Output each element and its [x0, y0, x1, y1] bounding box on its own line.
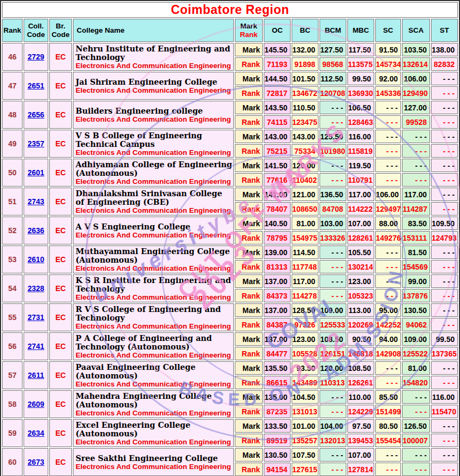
rank-sca: - - -: [402, 463, 430, 476]
rank-sc: - - -: [375, 463, 401, 476]
rank-sca: 137876: [402, 289, 430, 302]
col-header-bcm: BCM: [320, 19, 346, 42]
mark-sca: - - -: [402, 448, 430, 462]
college-code-link[interactable]: 2328: [27, 284, 44, 293]
college-name-cell: Adhiyamaan College of Engineering (Auton…: [73, 159, 234, 187]
college-code-link[interactable]: 2673: [27, 458, 44, 466]
branch-code: EC: [49, 188, 72, 215]
mark-oc: 137.00: [264, 274, 291, 288]
college-code-link[interactable]: 2651: [27, 81, 44, 90]
rank-oc: 86615: [264, 376, 291, 389]
college-row-mark: 49 2357 EC V S B College of Engineering …: [2, 130, 458, 143]
rank-sca: - - -: [402, 144, 430, 158]
rank-mbc: 126261: [347, 376, 374, 389]
mark-mbc: 105.50: [347, 246, 374, 259]
college-code-cell: 2609: [24, 390, 48, 418]
mark-bcm: 125.50: [320, 130, 346, 143]
college-code-link[interactable]: 2656: [27, 110, 44, 119]
mark-bc: 143.00: [292, 130, 318, 143]
rank-bc: 110402: [292, 173, 318, 187]
rank-st: - - -: [431, 318, 458, 331]
rank-sc: 149276: [375, 231, 401, 244]
mark-sc: - - -: [375, 274, 401, 288]
college-name: Paavai Engineering College (Autonomous): [76, 363, 232, 380]
college-name: Builders Engineering college: [76, 107, 232, 115]
rank-bcm: - - -: [320, 463, 346, 476]
mark-bc: 121.00: [292, 188, 318, 201]
department-name: Electronics And Communication Engineerin…: [76, 177, 232, 185]
college-row-mark: 51 2743 EC Dhanalakshmi Srinivasan Colle…: [2, 188, 458, 201]
college-code-link[interactable]: 2357: [27, 139, 44, 148]
serial-rank: 46: [2, 43, 23, 71]
serial-rank: 55: [2, 303, 23, 331]
rank-sca: 125522: [402, 347, 430, 360]
rank-bcm: 132013: [320, 434, 346, 447]
rank-bcm: - - -: [320, 173, 346, 187]
mark-mbc: 123.00: [347, 274, 374, 288]
rank-st: 137365: [431, 347, 458, 360]
college-code-link[interactable]: 2636: [27, 226, 44, 235]
rank-mbc: 127814: [347, 463, 374, 476]
rank-sc: - - -: [375, 115, 401, 129]
rank-label: Rank: [235, 86, 263, 100]
rank-bcm: 98568: [320, 57, 346, 71]
mark-st: - - -: [431, 448, 458, 462]
mark-st: - - -: [431, 101, 458, 114]
college-code-link[interactable]: 2611: [28, 371, 44, 380]
mark-mbc: 107.00: [347, 448, 374, 462]
mark-st: - - -: [431, 188, 458, 201]
mark-bcm: 136.50: [320, 188, 346, 201]
rank-label: Rank: [235, 405, 263, 418]
page-title: Coimbatore Region: [2, 2, 458, 18]
rank-mbc: 130214: [347, 260, 374, 273]
college-name-cell: R V S College of Engineering and Technol…: [73, 303, 234, 331]
title-row: Coimbatore Region: [2, 2, 458, 18]
mark-oc: 139.00: [264, 246, 291, 259]
college-code-link[interactable]: 2729: [27, 53, 44, 61]
mark-sc: - - -: [375, 246, 401, 259]
rank-mbc: 128261: [347, 231, 374, 244]
mark-label: Mark: [235, 43, 263, 56]
rank-bcm: 84708: [320, 202, 346, 215]
college-code-link[interactable]: 2610: [27, 255, 44, 264]
college-row-mark: 46 2729 EC Nehru Institute of Engineerin…: [2, 43, 458, 56]
college-code-link[interactable]: 2601: [27, 168, 44, 177]
mark-st: - - -: [431, 419, 458, 433]
rank-bc: 123475: [292, 115, 318, 129]
mark-st: - - -: [431, 361, 458, 375]
college-name-cell: P A College of Engineering and Technolog…: [73, 332, 234, 360]
rank-label: Rank: [235, 260, 263, 273]
mark-st: 109.50: [431, 217, 458, 230]
college-name-cell: Muthayammal Engineering College (Autonom…: [73, 246, 234, 273]
mark-bc: 117.00: [292, 274, 318, 288]
rank-sca: 129490: [402, 86, 430, 100]
rank-oc: 78795: [264, 231, 291, 244]
mark-st: 138.00: [431, 43, 458, 56]
rank-st: - - -: [431, 86, 458, 100]
college-code-link[interactable]: 2743: [27, 197, 44, 206]
rank-sc: 129497: [375, 202, 401, 215]
college-row-mark: 52 2636 EC A V S Engineering College Ele…: [2, 217, 458, 230]
department-name: Electronics And Communication Engineerin…: [76, 86, 232, 94]
mark-mbc: 97.50: [347, 419, 374, 433]
college-name-cell: Paavai Engineering College (Autonomous) …: [73, 361, 234, 389]
rank-bcm: 120708: [320, 86, 346, 100]
college-code-link[interactable]: 2731: [27, 313, 44, 322]
mark-st: - - -: [431, 130, 458, 143]
college-name: A V S Engineering College: [76, 222, 232, 231]
rank-label: Rank: [235, 318, 263, 331]
college-name: Jai Shriram Engineering College: [76, 78, 232, 86]
col-header-coll-code: Coll.Code: [24, 19, 48, 42]
mark-label: Mark: [235, 303, 263, 317]
mark-sca: 109.00: [402, 332, 430, 346]
rank-label: Rank: [235, 376, 263, 389]
rank-oc: 81313: [264, 260, 291, 273]
mark-st: 99.50: [431, 332, 458, 346]
college-code-link[interactable]: 2634: [27, 429, 44, 437]
college-code-link[interactable]: 2741: [27, 342, 44, 351]
college-code-link[interactable]: 2609: [27, 400, 44, 408]
mark-st: - - -: [431, 246, 458, 259]
mark-sc: 106.00: [375, 188, 401, 201]
college-row-mark: 59 2634 EC Excel Engineering College (Au…: [2, 419, 458, 433]
col-header-rank: Rank: [2, 19, 23, 42]
